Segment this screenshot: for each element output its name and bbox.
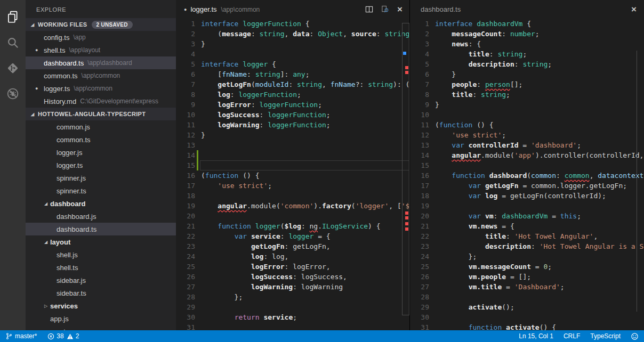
tree-item[interactable]: spinner.js xyxy=(26,172,176,184)
open-preview-icon[interactable] xyxy=(381,5,389,13)
close-icon[interactable]: × xyxy=(397,5,402,14)
code-line[interactable]: 31 xyxy=(176,322,409,330)
code-line[interactable]: 1interface loggerFunction { xyxy=(176,19,409,29)
explorer-icon[interactable] xyxy=(0,4,26,30)
code-line[interactable]: 30 return service; xyxy=(176,312,409,322)
code-line[interactable]: 10 xyxy=(410,110,644,120)
code-line[interactable]: 13 xyxy=(176,140,409,150)
code-line[interactable]: 4 title: string; xyxy=(410,49,644,59)
code-line[interactable]: 24 }; xyxy=(410,251,644,262)
code-line[interactable]: 10 logSuccess: loggerFunction; xyxy=(176,110,409,120)
tree-item[interactable]: sidebar.js xyxy=(26,274,176,287)
code-line[interactable]: 2 messageCount: number; xyxy=(410,29,644,39)
code-line[interactable]: 21 function logger($log: ng.ILogService)… xyxy=(176,221,409,231)
code-line[interactable]: 14 xyxy=(176,150,409,160)
code-line[interactable]: 25 vm.messageCount = 0; xyxy=(410,262,644,272)
tree-folder[interactable]: ◢dashboard xyxy=(26,197,176,210)
code-line[interactable]: 27 logWarning: logWarning xyxy=(176,282,409,292)
tree-item[interactable]: app.js xyxy=(26,312,176,325)
working-file-item[interactable]: History.mdC:\GitDevelopment\express xyxy=(26,95,176,108)
close-icon[interactable]: × xyxy=(631,5,637,14)
code-line[interactable]: 5interface logger { xyxy=(176,59,409,69)
tree-item[interactable]: logger.js xyxy=(26,146,176,159)
source-control-icon[interactable] xyxy=(0,55,26,81)
code-line[interactable]: 15 xyxy=(176,160,409,170)
code-line[interactable]: 30 xyxy=(410,312,644,322)
code-line[interactable]: 22 title: 'Hot Towel Angular', xyxy=(410,231,644,241)
eol-indicator[interactable]: CRLF xyxy=(564,332,580,340)
code-line[interactable]: 8 log: loggerFunction; xyxy=(176,89,409,100)
code-line[interactable]: 18 xyxy=(176,191,409,201)
editor-tab-logger[interactable]: ● logger.ts \app\common × xyxy=(176,0,409,19)
search-icon[interactable] xyxy=(0,30,26,55)
code-line[interactable]: 15 xyxy=(410,160,644,170)
tree-item[interactable]: shell.js xyxy=(26,248,176,261)
code-line[interactable]: 18 var log = getLogFn(controllerId); xyxy=(410,191,644,201)
code-line[interactable]: 16(function () { xyxy=(176,170,409,181)
tree-item[interactable]: sidebar.ts xyxy=(26,287,176,299)
working-file-item[interactable]: common.ts\app\common xyxy=(26,69,176,82)
code-line[interactable]: 17 var getLogFn = common.logger.getLogFn… xyxy=(410,181,644,191)
code-line[interactable]: 31 function activate() { xyxy=(410,322,644,330)
tree-item[interactable]: common.ts xyxy=(26,133,176,146)
code-line[interactable]: 20 var vm: dashboardVm = this; xyxy=(410,211,644,221)
code-line[interactable]: 22 var service: logger = { xyxy=(176,231,409,241)
code-line[interactable]: 28 xyxy=(410,292,644,302)
code-line[interactable]: 11 logWarning: loggerFunction; xyxy=(176,120,409,130)
debug-disabled-icon[interactable] xyxy=(0,81,26,107)
working-file-item[interactable]: ●shell.ts\app\layout xyxy=(26,44,176,56)
code-line[interactable]: 9} xyxy=(410,100,644,110)
code-line[interactable]: 17 'use strict'; xyxy=(176,181,409,191)
code-line[interactable]: 20 xyxy=(176,211,409,221)
code-line[interactable]: 19 angular.module('common').factory('log… xyxy=(176,201,409,211)
tree-item[interactable]: logger.ts xyxy=(26,159,176,172)
tree-item[interactable]: common.js xyxy=(26,120,176,133)
code-line[interactable]: 5 description: string; xyxy=(410,59,644,69)
code-line[interactable]: 1interface dashboardVm { xyxy=(410,19,644,29)
code-line[interactable]: 9 logError: loggerFunction; xyxy=(176,100,409,110)
code-line[interactable]: 23 description: 'Hot Towel Angular is a … xyxy=(410,241,644,251)
code-line[interactable]: 24 log: log, xyxy=(176,251,409,262)
tree-item[interactable]: dashboard.ts xyxy=(26,223,176,235)
working-file-item[interactable]: config.ts\app xyxy=(26,31,176,44)
code-line[interactable]: 3 news: { xyxy=(410,39,644,49)
git-branch-indicator[interactable]: master* xyxy=(5,332,37,340)
folder-section-header[interactable]: ◢ HOTTOWEL-ANGULAR-TYPESCRIPT xyxy=(26,108,176,120)
code-line[interactable]: 6 } xyxy=(410,69,644,79)
error-count[interactable]: 38 xyxy=(47,332,63,340)
code-line[interactable]: 12 'use strict'; xyxy=(410,130,644,140)
working-file-item[interactable]: ●logger.ts\app\common xyxy=(26,82,176,95)
code-line[interactable]: 21 vm.news = { xyxy=(410,221,644,231)
code-line[interactable]: 28 }; xyxy=(176,292,409,302)
tree-item[interactable]: dashboard.js xyxy=(26,210,176,223)
tree-item[interactable]: shell.ts xyxy=(26,261,176,274)
code-line[interactable]: 13 var controllerId = 'dashboard'; xyxy=(410,140,644,150)
tree-item[interactable]: spinner.ts xyxy=(26,184,176,197)
code-line[interactable]: 11(function () { xyxy=(410,120,644,130)
code-line[interactable]: 7 people: person[]; xyxy=(410,79,644,89)
code-line[interactable]: 14 angular.module('app').controller(cont… xyxy=(410,150,644,160)
scrollbar[interactable] xyxy=(637,51,644,312)
tree-item[interactable]: app.ts xyxy=(26,325,176,330)
feedback-smiley-icon[interactable] xyxy=(631,332,639,340)
tree-folder[interactable]: ◢layout xyxy=(26,235,176,248)
code-line[interactable]: 26 vm.people = []; xyxy=(410,272,644,282)
code-line[interactable]: 25 logError: logError, xyxy=(176,262,409,272)
code-line[interactable]: 4 xyxy=(176,49,409,59)
cursor-position[interactable]: Ln 15, Col 1 xyxy=(519,332,553,340)
language-mode[interactable]: TypeScript xyxy=(590,332,621,340)
editor-tab-dashboard[interactable]: dashboard.ts × xyxy=(410,0,644,19)
code-line[interactable]: 27 vm.title = 'Dashboard'; xyxy=(410,282,644,292)
tree-folder[interactable]: ▷services xyxy=(26,299,176,312)
code-line[interactable]: 16 function dashboard(common: common, da… xyxy=(410,170,644,181)
code-line[interactable]: 8 title: string; xyxy=(410,89,644,100)
split-editor-icon[interactable] xyxy=(365,5,373,13)
warning-count[interactable]: 2 xyxy=(67,332,79,340)
code-line[interactable]: 12} xyxy=(176,130,409,140)
working-files-header[interactable]: ◢ WORKING FILES 2 UNSAVED xyxy=(26,18,176,31)
code-line[interactable]: 2 (message: string, data: Object, source… xyxy=(176,29,409,39)
working-file-item[interactable]: dashboard.ts\app\dashboard xyxy=(26,56,176,69)
code-line[interactable]: 19 xyxy=(410,201,644,211)
code-line[interactable]: 23 getLogFn: getLogFn, xyxy=(176,241,409,251)
code-line[interactable]: 29 xyxy=(176,302,409,312)
